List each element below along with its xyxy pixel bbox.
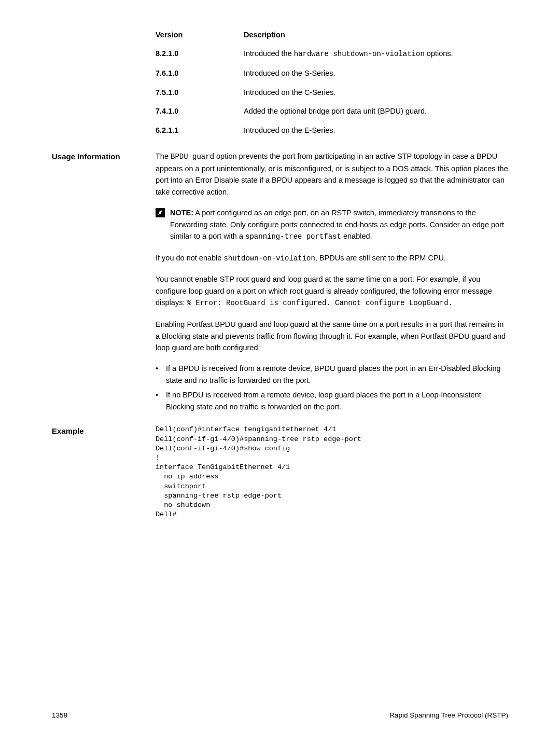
example-section: Example Dell(conf)#interface tengigabite… bbox=[52, 425, 508, 519]
page-footer: 1358 Rapid Spanning Tree Protocol (RSTP) bbox=[52, 710, 508, 721]
version-row: 7.5.1.0 Introduced on the C-Series. bbox=[156, 87, 508, 98]
code: BPDU guard bbox=[171, 153, 214, 161]
usage-para-2: If you do not enable shutdown-on-violati… bbox=[156, 252, 508, 265]
text: If you do not enable bbox=[156, 254, 223, 262]
usage-label: Usage Information bbox=[52, 150, 156, 162]
version-row: 7.4.1.0 Added the optional bridge port d… bbox=[156, 105, 508, 117]
example-body: Dell(conf)#interface tengigabitethernet … bbox=[156, 425, 508, 519]
version-number: 7.4.1.0 bbox=[156, 105, 244, 117]
bullet-text: If a BPDU is received from a remote devi… bbox=[166, 363, 508, 386]
note-icon bbox=[156, 207, 170, 243]
text: , BPDUs are still sent to the RPM CPU. bbox=[315, 254, 446, 262]
note-text: NOTE: A port configured as an edge port,… bbox=[170, 207, 508, 243]
version-number: 6.2.1.1 bbox=[156, 125, 244, 136]
version-header-row: Version Description bbox=[156, 29, 508, 40]
version-desc: Introduced the hardware shutdown-on-viol… bbox=[244, 48, 508, 60]
usage-section: Usage Information The BPDU guard option … bbox=[52, 150, 508, 416]
version-desc: Introduced on the E-Series. bbox=[244, 125, 508, 136]
example-label: Example bbox=[52, 425, 156, 437]
bullet-item: • If no BPDU is received from a remote d… bbox=[156, 389, 508, 412]
footer-title: Rapid Spanning Tree Protocol (RSTP) bbox=[389, 710, 508, 721]
header-version: Version bbox=[156, 29, 244, 40]
page-number: 1358 bbox=[52, 710, 67, 721]
version-desc: Added the optional bridge port data unit… bbox=[244, 105, 508, 117]
text: enabled. bbox=[341, 232, 372, 240]
header-description: Description bbox=[244, 29, 508, 40]
code: hardware shutdown-on-violation bbox=[294, 50, 425, 58]
version-row: 6.2.1.1 Introduced on the E-Series. bbox=[156, 125, 508, 136]
text: The bbox=[156, 152, 171, 160]
version-number: 8.2.1.0 bbox=[156, 48, 244, 60]
code: shutdown-on-violation bbox=[223, 254, 315, 263]
bullet-marker: • bbox=[156, 363, 166, 386]
usage-para-4: Enabling Portfast BPDU guard and loop gu… bbox=[156, 319, 508, 353]
bullet-text: If no BPDU is received from a remote dev… bbox=[166, 389, 508, 412]
version-row: 8.2.1.0 Introduced the hardware shutdown… bbox=[156, 48, 508, 60]
version-desc: Introduced on the C-Series. bbox=[244, 87, 508, 98]
note-label: NOTE: bbox=[170, 209, 193, 217]
usage-body: The BPDU guard option prevents the port … bbox=[156, 150, 508, 416]
version-row: 7.6.1.0 Introduced on the S-Series. bbox=[156, 67, 508, 79]
note-box: NOTE: A port configured as an edge port,… bbox=[156, 207, 508, 243]
bullet-marker: • bbox=[156, 389, 166, 412]
code: % Error: RootGuard is configured. Cannot… bbox=[187, 299, 452, 307]
usage-para-1: The BPDU guard option prevents the port … bbox=[156, 150, 508, 198]
usage-para-3: You cannot enable STP root guard and loo… bbox=[156, 273, 508, 309]
bullet-item: • If a BPDU is received from a remote de… bbox=[156, 363, 508, 386]
text: Introduced the bbox=[244, 49, 294, 58]
example-code: Dell(conf)#interface tengigabitethernet … bbox=[156, 425, 508, 519]
code: spanning-tree portfast bbox=[245, 232, 341, 241]
version-number: 7.5.1.0 bbox=[156, 87, 244, 98]
version-desc: Introduced on the S-Series. bbox=[244, 67, 508, 79]
text: options. bbox=[425, 49, 453, 58]
version-number: 7.6.1.0 bbox=[156, 67, 244, 79]
version-table: Version Description 8.2.1.0 Introduced t… bbox=[156, 29, 508, 136]
